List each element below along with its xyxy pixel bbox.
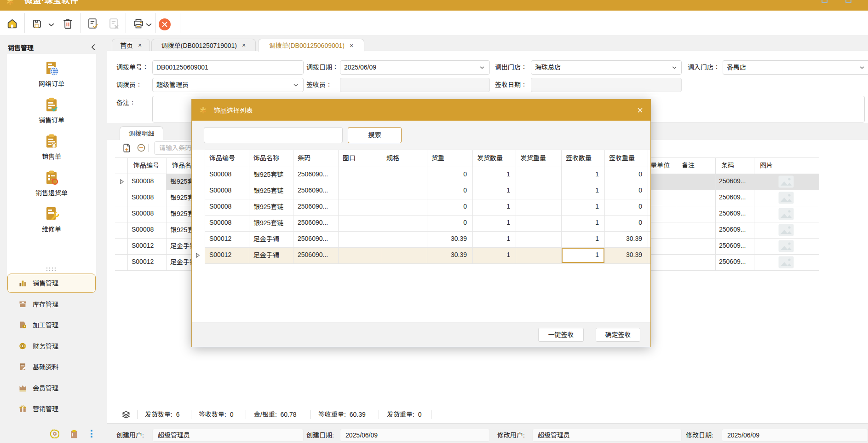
svg-text:¥: ¥ [52,142,56,149]
svg-text:¥: ¥ [22,344,24,348]
